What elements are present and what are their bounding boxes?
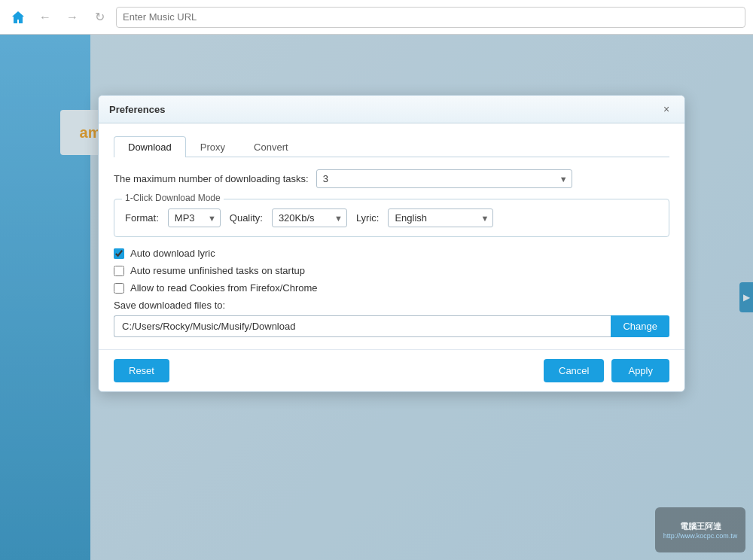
save-path-input[interactable] xyxy=(114,315,611,337)
tab-download[interactable]: Download xyxy=(114,136,186,157)
one-click-legend: 1-Click Download Mode xyxy=(122,193,224,203)
top-bar: ← → ↻ xyxy=(0,0,753,35)
tabs: Download Proxy Convert xyxy=(114,135,669,157)
save-path-section: Save downloaded files to: Change xyxy=(114,300,669,337)
auto-download-lyric-row: Auto download lyric xyxy=(114,248,669,259)
allow-cookies-checkbox[interactable] xyxy=(114,283,124,294)
auto-download-lyric-label: Auto download lyric xyxy=(130,248,215,259)
path-row: Change xyxy=(114,315,669,337)
max-tasks-select[interactable]: 1 2 3 4 5 xyxy=(316,169,572,188)
max-tasks-row: The maximum number of downloading tasks:… xyxy=(114,169,669,188)
apply-button[interactable]: Apply xyxy=(611,359,669,382)
format-select-wrapper: MP3 AAC FLAC WAV ▼ xyxy=(168,208,221,227)
max-tasks-label: The maximum number of downloading tasks: xyxy=(114,173,309,184)
tab-convert[interactable]: Convert xyxy=(239,136,303,157)
max-tasks-select-wrapper: 1 2 3 4 5 ▼ xyxy=(316,169,572,188)
dialog-body: Download Proxy Convert The maximum numbe… xyxy=(99,123,684,349)
watermark-url: http://www.kocpc.com.tw xyxy=(663,532,738,540)
tab-proxy[interactable]: Proxy xyxy=(186,136,239,157)
change-button[interactable]: Change xyxy=(611,315,669,337)
allow-cookies-row: Allow to read Cookies from Firefox/Chrom… xyxy=(114,282,669,294)
lyric-select[interactable]: English Chinese Off xyxy=(388,208,493,227)
quality-select-wrapper: 128Kb/s 192Kb/s 256Kb/s 320Kb/s ▼ xyxy=(272,208,347,227)
quality-select[interactable]: 128Kb/s 192Kb/s 256Kb/s 320Kb/s xyxy=(272,208,347,227)
format-label: Format: xyxy=(125,212,159,224)
auto-resume-checkbox[interactable] xyxy=(114,266,124,276)
dialog-title: Preferences xyxy=(109,104,165,115)
format-select[interactable]: MP3 AAC FLAC WAV xyxy=(168,208,221,227)
watermark: 電腦王阿達 http://www.kocpc.com.tw xyxy=(655,507,745,552)
allow-cookies-label: Allow to read Cookies from Firefox/Chrom… xyxy=(130,282,318,294)
preferences-dialog: Preferences × Download Proxy Convert The… xyxy=(98,95,685,392)
quality-label: Quality: xyxy=(230,212,263,224)
dialog-header: Preferences × xyxy=(99,96,684,123)
lyric-label: Lyric: xyxy=(356,212,380,224)
dialog-footer: Reset Cancel Apply xyxy=(99,349,684,391)
one-click-section: 1-Click Download Mode Format: MP3 AAC FL… xyxy=(114,199,669,237)
cancel-button[interactable]: Cancel xyxy=(544,359,604,382)
auto-resume-row: Auto resume unfinished tasks on startup xyxy=(114,265,669,276)
auto-resume-label: Auto resume unfinished tasks on startup xyxy=(130,265,305,276)
watermark-title: 電腦王阿達 xyxy=(680,521,721,532)
forward-button[interactable]: → xyxy=(62,7,83,28)
refresh-button[interactable]: ↻ xyxy=(89,7,110,28)
reset-button[interactable]: Reset xyxy=(114,359,169,382)
auto-download-lyric-checkbox[interactable] xyxy=(114,248,124,259)
one-click-row: Format: MP3 AAC FLAC WAV ▼ Quality: xyxy=(125,208,658,227)
lyric-select-wrapper: English Chinese Off ▼ xyxy=(388,208,493,227)
footer-right: Cancel Apply xyxy=(544,359,669,382)
home-button[interactable] xyxy=(8,7,29,28)
save-label: Save downloaded files to: xyxy=(114,300,669,311)
content-area: am ▶ Preferences × Download Proxy Conver… xyxy=(0,35,753,560)
url-input[interactable] xyxy=(116,7,745,28)
back-button[interactable]: ← xyxy=(35,7,56,28)
close-button[interactable]: × xyxy=(659,102,674,117)
